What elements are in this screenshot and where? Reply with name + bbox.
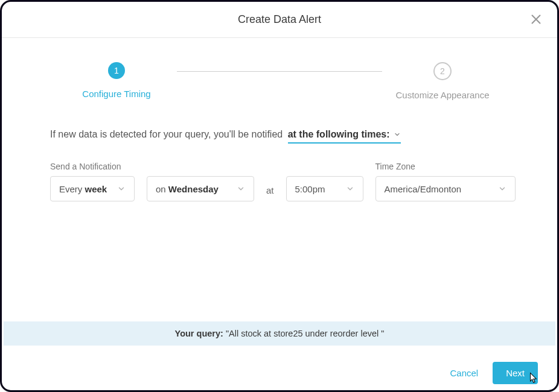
chevron-down-icon <box>394 131 401 138</box>
intro-text: If new data is detected for your query, … <box>50 129 509 144</box>
step-customize-appearance[interactable]: 2 Customize Appearance <box>382 62 503 100</box>
trigger-dropdown[interactable]: at the following times: <box>288 129 401 144</box>
day-value: on Wednesday <box>156 184 219 194</box>
timezone-field: Time Zone America/Edmonton <box>375 162 516 201</box>
query-summary-bar: Your query: "All stock at store25 under … <box>4 321 555 346</box>
time-select[interactable]: 5:00pm <box>286 176 363 201</box>
step-configure-timing[interactable]: 1 Configure Timing <box>56 62 177 99</box>
stepper: 1 Configure Timing 2 Customize Appearanc… <box>2 62 557 100</box>
modal-header: Create Data Alert <box>2 2 557 38</box>
step-1-label: Configure Timing <box>82 89 150 99</box>
timezone-value: America/Edmonton <box>385 184 462 194</box>
chevron-down-icon <box>346 185 354 193</box>
next-button[interactable]: Next <box>493 362 538 384</box>
day-field: on Wednesday <box>147 162 254 201</box>
frequency-select[interactable]: Every week <box>50 176 135 201</box>
step-1-circle: 1 <box>108 62 125 79</box>
at-label: at <box>266 185 274 201</box>
close-icon <box>529 13 543 26</box>
chevron-down-icon <box>237 185 245 193</box>
cancel-button[interactable]: Cancel <box>450 368 478 378</box>
time-value: 5:00pm <box>295 184 325 194</box>
chevron-down-icon <box>117 185 126 193</box>
day-select[interactable]: on Wednesday <box>147 176 254 201</box>
query-label: Your query: <box>175 329 223 338</box>
step-2-circle: 2 <box>433 62 452 80</box>
modal-body: If new data is detected for your query, … <box>2 100 557 201</box>
query-text: "All stock at store25 under reorder leve… <box>226 329 385 338</box>
modal-footer: Cancel Next <box>2 355 557 390</box>
notification-label: Send a Notification <box>50 162 135 171</box>
frequency-value: Every week <box>59 184 107 194</box>
time-field: 5:00pm <box>286 162 363 201</box>
timezone-select[interactable]: America/Edmonton <box>375 176 516 201</box>
frequency-field: Send a Notification Every week <box>50 162 135 201</box>
step-2-label: Customize Appearance <box>395 90 489 100</box>
close-button[interactable] <box>529 13 543 26</box>
chevron-down-icon <box>498 185 506 193</box>
step-connector <box>177 71 382 72</box>
timezone-label: Time Zone <box>375 162 516 171</box>
modal-title: Create Data Alert <box>238 13 321 26</box>
